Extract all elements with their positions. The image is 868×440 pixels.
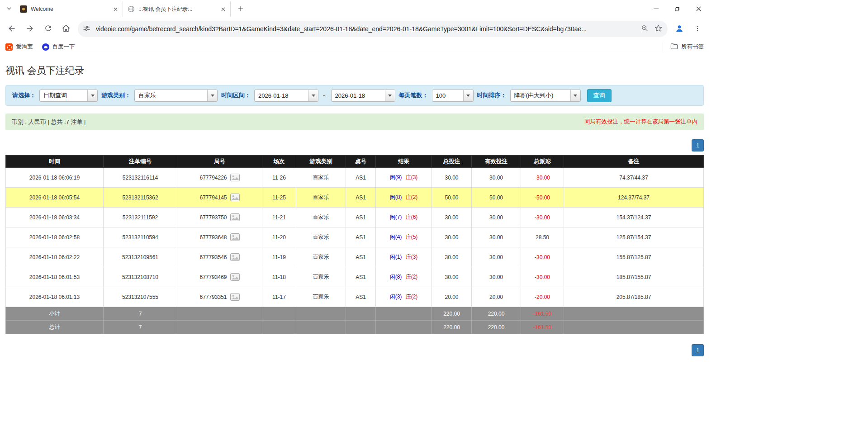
chevron-down-icon[interactable] [87, 90, 97, 101]
chevron-down-icon[interactable] [308, 90, 318, 101]
round-image-icon[interactable] [230, 253, 240, 261]
page-title: 视讯 会员下注纪录 [5, 64, 704, 77]
url-text[interactable]: videoie.com/game/betrecord_search/kind3?… [93, 25, 638, 33]
game-type-value: 百家乐 [135, 90, 207, 101]
baidu-icon [42, 43, 49, 51]
new-tab-button[interactable] [234, 3, 247, 15]
profile-button[interactable] [671, 21, 688, 37]
column-header: 桌号 [346, 156, 376, 168]
all-bookmarks-button[interactable]: 所有书签 [663, 43, 704, 52]
game-type-select[interactable]: 百家乐 [134, 90, 218, 102]
cell-valid-bet: 30.00 [472, 208, 521, 227]
cell-payout: 28.50 [521, 227, 564, 247]
chevron-down-icon[interactable] [463, 90, 473, 101]
cell-valid-bet: 20.00 [472, 287, 521, 307]
column-header: 备注 [564, 156, 704, 168]
page-1-button[interactable]: 1 [692, 344, 704, 356]
cell-valid-bet: 30.00 [472, 227, 521, 247]
result-banker: 庄(3) [406, 174, 418, 180]
date-end-value: 2026-01-18 [332, 90, 385, 101]
total-label: 总计 [6, 321, 104, 334]
cell-result: 闲(8) 庄(2) [376, 267, 432, 287]
tab-strip: Welcome :::视讯 会员下注纪录::: [0, 0, 709, 18]
close-icon [696, 6, 701, 13]
cell-payout: -30.00 [521, 267, 564, 287]
cell-note: 205.87/185.87 [564, 287, 704, 307]
cell-total-bet[interactable]: 30.00 [432, 168, 472, 188]
chevron-down-icon[interactable] [570, 90, 580, 101]
tab-close-button[interactable] [219, 5, 227, 13]
currency-summary: 币别 : 人民币 | 总共 :7 注单 | [12, 118, 86, 126]
forward-button[interactable] [22, 21, 38, 37]
cell-round: 677794226 [177, 168, 262, 188]
bookmark-item-baidu[interactable]: 百度一下 [42, 43, 75, 51]
cell-payout: -30.00 [521, 168, 564, 188]
tab-search-button[interactable] [3, 3, 15, 15]
total-row: 总计 7 220.00 220.00 -161.50 [6, 321, 704, 334]
round-id: 677793351 [199, 294, 227, 300]
minimize-button[interactable] [645, 0, 667, 18]
cell-round: 677793546 [177, 247, 262, 267]
table-row: 2026-01-18 06:06:19 523132116114 6777942… [6, 168, 704, 188]
navigation-bar: videoie.com/game/betrecord_search/kind3?… [0, 18, 709, 40]
cell-total-bet[interactable]: 30.00 [432, 208, 472, 227]
chevron-down-icon[interactable] [385, 90, 395, 101]
cell-total-bet[interactable]: 30.00 [432, 227, 472, 247]
cell-time: 2026-01-18 06:01:53 [6, 267, 104, 287]
cell-total-bet[interactable]: 30.00 [432, 267, 472, 287]
cell-session: 11-19 [262, 247, 296, 267]
site-controls-button[interactable] [80, 22, 93, 36]
round-image-icon[interactable] [230, 233, 240, 241]
cell-note: 155.87/125.87 [564, 247, 704, 267]
round-image-icon[interactable] [230, 273, 240, 281]
home-button[interactable] [58, 21, 74, 37]
page-1-button[interactable]: 1 [692, 139, 704, 151]
close-window-button[interactable] [688, 0, 709, 18]
cell-total-bet[interactable]: 50.00 [432, 188, 472, 208]
table-row: 2026-01-18 06:01:13 523132107555 6777933… [6, 287, 704, 307]
round-image-icon[interactable] [230, 174, 240, 181]
result-player: 闲(7) [390, 214, 402, 220]
pagination-bottom: 1 [5, 344, 704, 356]
bet-records-table: 时间注单编号局号场次游戏类别桌号结果总投注有效投注总派彩备注 2026-01-1… [5, 155, 704, 334]
tab-title: :::视讯 会员下注纪录::: [138, 5, 216, 13]
three-dot-menu-icon [694, 25, 701, 33]
browser-tab-bet-record[interactable]: :::视讯 会员下注纪录::: [123, 1, 231, 17]
cell-bet-id: 523132115362 [104, 188, 177, 208]
browser-tab-welcome[interactable]: Welcome [15, 1, 123, 17]
bookmark-item-taobao[interactable]: 爱淘宝 [5, 43, 33, 51]
search-button[interactable]: 查询 [587, 89, 612, 102]
cell-total-bet[interactable]: 30.00 [432, 247, 472, 267]
table-row: 2026-01-18 06:02:22 523132109561 6777935… [6, 247, 704, 267]
result-player: 闲(3) [390, 293, 402, 300]
browser-menu-button[interactable] [689, 21, 706, 37]
cell-table-no: AS1 [346, 267, 376, 287]
query-type-select[interactable]: 日期查询 [39, 90, 98, 102]
reload-button[interactable] [40, 21, 56, 37]
cell-bet-id: 523132116114 [104, 168, 177, 188]
round-image-icon[interactable] [230, 213, 240, 221]
round-id: 677793469 [199, 274, 227, 280]
forward-icon [25, 24, 34, 34]
per-page-select[interactable]: 100 [432, 90, 474, 102]
total-total-bet: 220.00 [432, 321, 472, 334]
minimize-icon [654, 6, 659, 13]
cell-note: 124.37/74.37 [564, 188, 704, 208]
bookmark-star-button[interactable] [651, 22, 665, 36]
cell-valid-bet: 30.00 [472, 267, 521, 287]
date-start-select[interactable]: 2026-01-18 [254, 90, 318, 102]
cell-total-bet[interactable]: 20.00 [432, 287, 472, 307]
result-player: 闲(8) [390, 274, 402, 280]
date-end-select[interactable]: 2026-01-18 [331, 90, 395, 102]
total-payout: -161.50 [521, 321, 564, 334]
round-image-icon[interactable] [230, 194, 240, 201]
round-image-icon[interactable] [230, 293, 240, 301]
url-bar[interactable]: videoie.com/game/betrecord_search/kind3?… [78, 21, 668, 37]
back-button[interactable] [4, 21, 20, 37]
maximize-button[interactable] [667, 0, 688, 18]
chevron-down-icon[interactable] [207, 90, 217, 101]
sort-order-select[interactable]: 降幂(由大到小) [510, 90, 581, 102]
pagination-top: 1 [5, 139, 704, 151]
tab-close-button[interactable] [112, 5, 119, 13]
zoom-button[interactable] [638, 22, 651, 36]
